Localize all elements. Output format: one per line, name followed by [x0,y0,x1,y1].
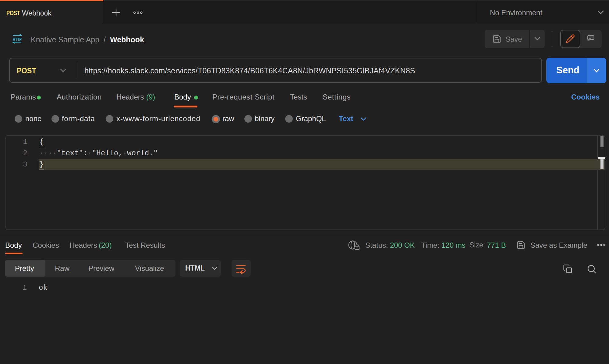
svg-text:HTTP: HTTP [13,37,22,42]
